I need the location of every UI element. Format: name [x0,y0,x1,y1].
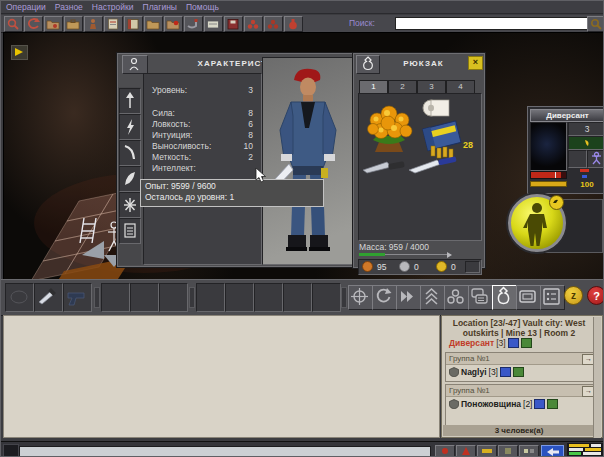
refresh-button[interactable] [372,285,397,310]
menu-operations[interactable]: Операции [6,2,46,12]
item-slot-empty[interactable] [159,283,188,312]
play-arrow-button[interactable] [11,45,28,60]
group-2-member-row[interactable]: Поножовщина [2] [446,397,596,411]
search-go-button[interactable] [587,16,604,32]
member-name[interactable]: Naglyi [461,367,487,377]
character-tab-icon[interactable] [122,55,148,74]
menu-list-button[interactable] [540,285,565,310]
folder-red-icon[interactable] [164,16,183,32]
help-button[interactable]: ? [586,285,604,308]
menu-plugins[interactable]: Плагины [143,2,177,12]
save-icon[interactable] [224,16,243,32]
briefcase-icon[interactable] [64,16,83,32]
combat-knife-item[interactable] [361,158,411,180]
card-icon[interactable] [204,16,223,32]
member-count: [2] [523,399,532,409]
menu-help[interactable]: Помощь [186,2,219,12]
game-viewport[interactable]: ХАРАКТЕРИСТИКИ Уровень:3 Сила:8 Ловкость… [3,32,604,280]
stat-strength-value: 8 [248,108,253,118]
bag-tab-icon[interactable] [356,55,380,74]
status-button-active[interactable] [541,445,564,457]
item-slot-empty[interactable] [130,283,159,312]
ranks-button[interactable] [420,285,445,310]
inventory-tab-1[interactable]: 1 [359,80,388,93]
hand-slot-fist[interactable] [5,283,34,312]
close-button[interactable]: × [468,56,483,70]
condition-orb[interactable] [508,194,566,252]
folder-phone-icon[interactable] [44,16,63,32]
group-1-header: Группа №1 → [446,353,596,365]
chat-button[interactable] [468,285,493,310]
money-extra-slot[interactable] [465,261,480,273]
stat-strength-label: Сила: [152,108,248,118]
item-slot-empty[interactable] [283,283,312,312]
inventory-tab-4[interactable]: 4 [446,80,475,93]
status-button-4[interactable] [498,445,518,457]
inventory-window: РЮКЗАК × 1 2 3 4 [352,52,486,269]
tab-perks-icon[interactable] [119,88,141,114]
character-model [263,58,353,262]
character-coin-button[interactable]: z [563,285,586,308]
menu-settings[interactable]: Настройки [92,2,134,12]
group-balls-icon[interactable] [244,16,263,32]
status-button-2[interactable] [456,445,476,457]
game-client-window: Операции Разное Настройки Плагины Помощь… [0,0,604,457]
folder-icon[interactable] [144,16,163,32]
inventory-tab-3[interactable]: 3 [417,80,446,93]
player-name[interactable]: Диверсант [530,109,604,122]
group-balls-2-icon[interactable] [264,16,283,32]
member-name[interactable]: Поножовщина [461,399,521,409]
hand-slot-knife[interactable] [34,283,63,312]
hand-slot-pistol[interactable] [63,283,92,312]
fast-forward-button[interactable] [396,285,421,310]
slider-thumb[interactable] [447,252,452,258]
tab-book-icon[interactable] [119,218,141,244]
item-slot-empty[interactable] [254,283,283,312]
stat-accuracy-label: Меткость: [152,152,248,162]
inventory-tab-2[interactable]: 2 [388,80,417,93]
item-slot-empty[interactable] [196,283,225,312]
tab-weapon-icon[interactable] [119,140,141,166]
search-tool-button[interactable] [4,16,23,32]
mass-slider[interactable] [359,252,451,257]
container-button[interactable] [516,285,541,310]
stat-agility-value: 6 [248,119,253,129]
red-bag-icon[interactable] [284,16,303,32]
debug-readout [567,443,603,457]
search-input[interactable] [395,17,589,30]
status-corner-icon[interactable] [3,444,19,457]
status-button-3[interactable] [477,445,497,457]
chat-input[interactable] [19,446,431,457]
player-row-name[interactable]: Диверсант [449,338,494,348]
figure-icon[interactable] [84,16,103,32]
undo-arrow-icon[interactable] [24,16,43,32]
people-count-footer: 3 человек(а) [443,425,595,436]
status-button-1[interactable] [435,445,455,457]
item-slot-empty[interactable] [101,283,130,312]
inventory-bag-button[interactable] [492,285,517,310]
status-button-5[interactable] [519,445,539,457]
player-portrait[interactable] [530,122,567,171]
level-slot[interactable]: 3 [568,122,604,136]
item-slot-empty[interactable] [312,283,341,312]
group-circles-button[interactable] [444,285,469,310]
perk-slot[interactable] [587,150,604,168]
empty-slot[interactable] [568,150,587,168]
group-1-member-row[interactable]: Naglyi [3] [446,365,596,379]
crosshair-button[interactable] [348,285,373,310]
tab-feather-icon[interactable] [119,166,141,192]
pipe-icon[interactable] [184,16,203,32]
book-icon[interactable] [124,16,143,32]
player-row[interactable]: Диверсант [3] [449,338,532,348]
menu-misc[interactable]: Разное [55,2,83,12]
notes-icon[interactable] [104,16,123,32]
knife-item[interactable] [407,154,465,176]
karma-icon [534,399,545,409]
exp-tooltip: Опыт: 9599 / 9600 Осталось до уровня: 1 [140,179,324,207]
location-scrollbar[interactable] [593,317,601,438]
coin-pile-item[interactable] [361,98,417,154]
tab-star-icon[interactable] [119,192,141,218]
tab-skills-icon[interactable] [119,114,141,140]
chat-log-area[interactable] [3,315,440,438]
item-slot-empty[interactable] [225,283,254,312]
